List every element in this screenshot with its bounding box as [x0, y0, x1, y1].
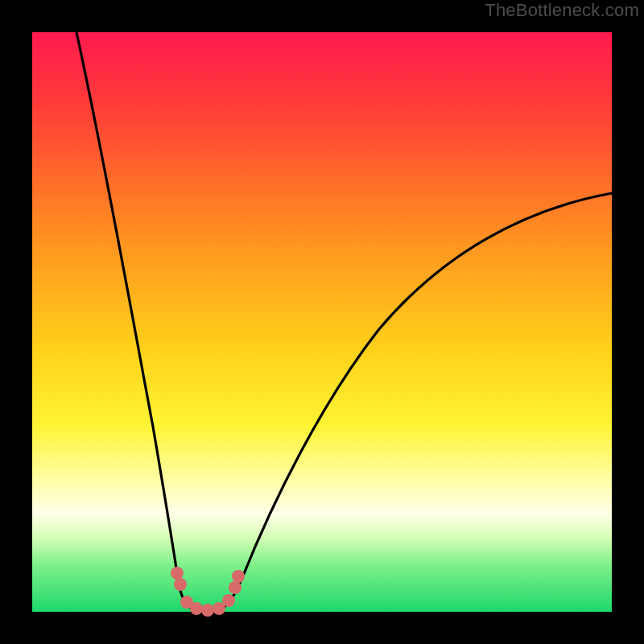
watermark-label: TheBottleneck.com: [485, 0, 639, 21]
marker-dot: [171, 567, 184, 580]
marker-dot: [222, 594, 235, 607]
curve-layer: [32, 32, 612, 612]
plot-area: [32, 32, 612, 612]
curve-left-branch: [76, 32, 197, 610]
marker-dot: [232, 570, 245, 583]
chart-frame: TheBottleneck.com: [0, 0, 644, 644]
curve-right-branch: [217, 193, 612, 610]
marker-dot: [229, 581, 242, 594]
marker-dot: [174, 578, 187, 591]
marker-dot: [190, 602, 203, 615]
marker-dot: [201, 604, 214, 617]
